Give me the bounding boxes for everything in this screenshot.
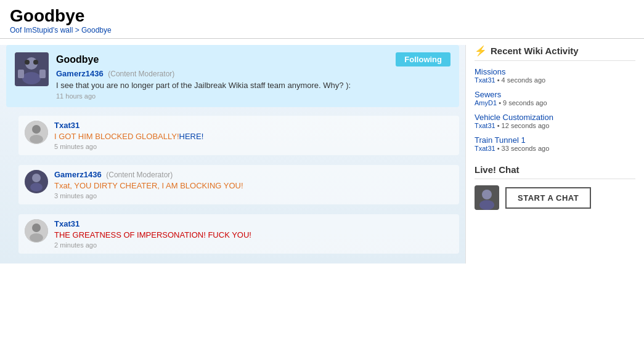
activity-time-3: • 12 seconds ago [497,122,550,129]
breadcrumb-wall-link[interactable]: Oof ImStupid's wall [10,26,73,34]
page-header: Goodbye Oof ImStupid's wall > Goodbye [0,0,644,39]
activity-meta-2: AmyD1 • 9 seconds ago [475,99,635,107]
content-inner: Goodbye Following Gamerz1436 (Content Mo… [6,45,459,254]
reply-avatar-3 [25,219,48,243]
activity-meta-1: Txat31 • 4 seconds ago [475,76,635,84]
reply-author-3[interactable]: Txat31 [54,219,79,228]
svg-point-18 [479,200,494,210]
main-post-body: Goodbye Following Gamerz1436 (Content Mo… [56,52,450,100]
main-post-avatar [15,52,49,86]
reply-body-3: Txat31 THE GREATNESS OF IMPERSONATION! F… [54,219,453,249]
reply-body-1: Txat31 I GOT HIM BLOCKED GLOBALLY!HERE! … [54,121,453,150]
reply-timestamp-1: 5 minutes ago [54,143,453,150]
svg-point-11 [32,174,41,182]
activity-page-link-2[interactable]: Sewers [475,90,635,99]
activity-time-2: • 9 seconds ago [499,99,547,107]
activity-icon: ⚡ [475,45,487,57]
post-timestamp: 11 hours ago [56,92,450,100]
svg-rect-5 [18,70,24,78]
activity-time-1: • 4 seconds ago [497,76,545,84]
svg-point-2 [22,72,41,84]
activity-page-link-4[interactable]: Train Tunnel 1 [475,135,635,145]
recent-activity-label: Recent Wiki Activity [491,46,579,56]
post-title: Goodbye [56,54,99,65]
reply-author-2[interactable]: Gamerz1436 [54,170,102,179]
reply-author-tag-2: (Content Moderator) [106,171,173,179]
activity-item-3: Vehicle Customization Txat31 • 12 second… [475,113,635,129]
post-author-tag: (Content Moderator) [108,70,174,78]
recent-activity-title: ⚡ Recent Wiki Activity [475,45,635,61]
activity-page-link-3[interactable]: Vehicle Customization [475,113,635,122]
live-chat-section: Live! Chat START A CHAT [475,164,635,210]
activity-user-link-1[interactable]: Txat31 [475,76,495,84]
activity-page-link-1[interactable]: Missions [475,67,635,76]
page-title: Goodbye [10,6,634,26]
reply-text-2: Txat, YOU DIRTY CHEATER, I AM BLOCKING Y… [54,181,453,190]
svg-point-8 [32,125,41,134]
svg-point-12 [30,183,43,191]
breadcrumb-separator: > [75,26,81,34]
start-chat-button[interactable]: START A CHAT [505,187,591,209]
reply-avatar-2 [25,170,48,193]
activity-item-1: Missions Txat31 • 4 seconds ago [475,67,635,84]
reply-timestamp-3: 2 minutes ago [54,241,453,249]
here-link[interactable]: HERE! [179,132,204,141]
svg-rect-6 [39,70,46,78]
main-layout: Goodbye Following Gamerz1436 (Content Mo… [0,39,644,264]
svg-point-4 [33,60,38,65]
content-area: Goodbye Following Gamerz1436 (Content Mo… [0,45,465,264]
activity-item-2: Sewers AmyD1 • 9 seconds ago [475,90,635,107]
post-author-link[interactable]: Gamerz1436 [56,69,104,78]
activity-item-4: Train Tunnel 1 Txat31 • 33 seconds ago [475,135,635,152]
reply-body-2: Gamerz1436 (Content Moderator) Txat, YOU… [54,170,453,199]
activity-user-link-4[interactable]: Txat31 [475,145,495,152]
following-button[interactable]: Following [396,52,450,66]
svg-point-9 [30,135,43,143]
live-chat-title: Live! Chat [475,164,635,179]
svg-point-14 [32,223,41,232]
reply-item: Gamerz1436 (Content Moderator) Txat, YOU… [18,165,459,204]
live-chat-row: START A CHAT [475,185,635,210]
breadcrumb-current: Goodbye [81,26,112,34]
chat-avatar [475,185,499,210]
reply-timestamp-2: 3 minutes ago [54,192,453,199]
activity-meta-4: Txat31 • 33 seconds ago [475,145,635,152]
main-post-card: Goodbye Following Gamerz1436 (Content Mo… [6,45,459,107]
recent-activity-section: ⚡ Recent Wiki Activity Missions Txat31 •… [475,45,635,152]
activity-time-4: • 33 seconds ago [497,145,550,152]
sidebar: ⚡ Recent Wiki Activity Missions Txat31 •… [465,45,644,264]
svg-point-3 [25,60,30,65]
post-title-row: Goodbye Following [56,52,450,66]
svg-point-17 [482,190,492,199]
breadcrumb: Oof ImStupid's wall > Goodbye [10,26,634,34]
reply-list: Txat31 I GOT HIM BLOCKED GLOBALLY!HERE! … [6,116,459,254]
activity-user-link-2[interactable]: AmyD1 [475,99,497,107]
reply-item: Txat31 THE GREATNESS OF IMPERSONATION! F… [18,214,459,254]
post-text: I see that you are no longer part of the… [56,81,450,90]
activity-user-link-3[interactable]: Txat31 [475,122,495,129]
post-author-line: Gamerz1436 (Content Moderator) [56,69,450,78]
reply-author-1[interactable]: Txat31 [54,121,79,130]
svg-point-15 [30,233,43,242]
reply-text-1: I GOT HIM BLOCKED GLOBALLY!HERE! [54,132,453,141]
reply-item: Txat31 I GOT HIM BLOCKED GLOBALLY!HERE! … [18,116,459,155]
reply-text-3: THE GREATNESS OF IMPERSONATION! FUCK YOU… [54,230,453,239]
activity-meta-3: Txat31 • 12 seconds ago [475,122,635,129]
reply-avatar-1 [25,121,48,144]
